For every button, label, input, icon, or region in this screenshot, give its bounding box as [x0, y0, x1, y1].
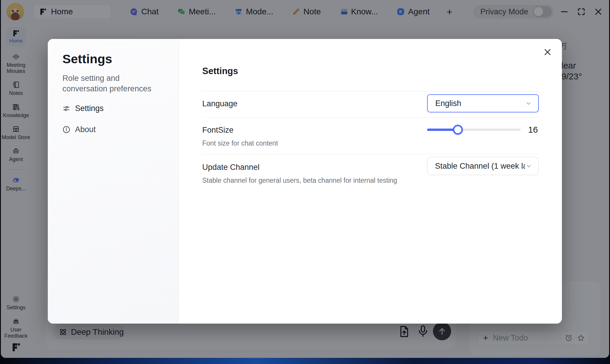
sliders-icon [62, 105, 70, 112]
nav-item-settings[interactable]: Settings [62, 104, 104, 113]
chevron-down-icon [525, 100, 532, 107]
fontsize-slider[interactable] [427, 129, 521, 131]
app-window: Home Chat Meeti... [1, 0, 609, 358]
divider [202, 91, 539, 91]
fontsize-value: 16 [528, 125, 538, 135]
update-channel-select[interactable]: Stable Channel (1 week lat... [427, 157, 539, 175]
update-channel-description: Stable channel for general users, beta c… [202, 177, 397, 184]
nav-item-label: About [75, 125, 96, 134]
dialog-title: Settings [62, 52, 112, 66]
language-label: Language [202, 99, 237, 108]
settings-dialog: Settings Role setting and conversation p… [48, 39, 562, 324]
close-icon [543, 48, 552, 57]
nav-item-about[interactable]: About [62, 125, 96, 134]
info-icon [62, 126, 70, 134]
divider [202, 154, 539, 154]
language-select[interactable]: English [427, 94, 539, 112]
divider [202, 117, 539, 118]
update-channel-label: Update Channel [202, 163, 259, 172]
settings-dialog-content: Settings Language English FontSize 16 Fo… [179, 39, 562, 324]
fontsize-slider-knob[interactable] [453, 125, 463, 135]
close-dialog-button[interactable] [541, 46, 554, 58]
nav-item-label: Settings [75, 104, 104, 113]
fontsize-description: Font size for chat content [202, 139, 278, 147]
content-title: Settings [202, 66, 238, 76]
dialog-subtitle: Role setting and conversation preference… [62, 73, 159, 94]
settings-dialog-nav: Settings Role setting and conversation p… [48, 39, 179, 324]
chevron-down-icon [525, 162, 533, 170]
language-value: English [435, 99, 525, 108]
fontsize-label: FontSize [202, 126, 234, 135]
desktop-background: Home Chat Meeti... [0, 0, 610, 364]
update-channel-value: Stable Channel (1 week lat... [435, 162, 525, 171]
